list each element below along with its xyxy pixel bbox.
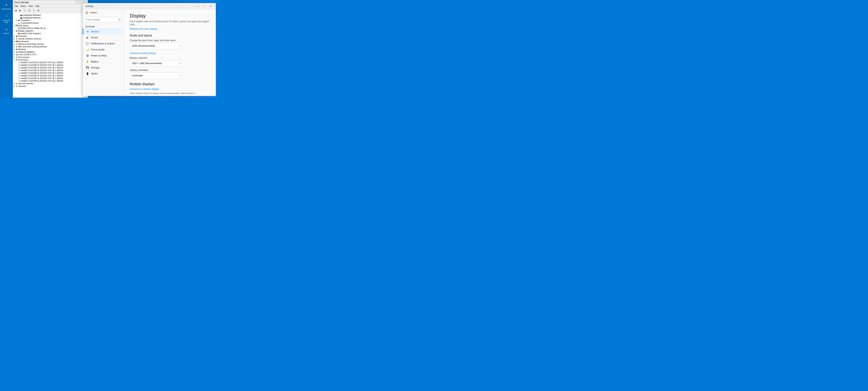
nav-home[interactable]: 🏠 Home	[83, 9, 124, 16]
tree-item[interactable]: ⬜Intel(R) Core(TM) i5-10210U CPU @ 1.60G…	[14, 72, 87, 74]
this-pc-image: 💻	[3, 26, 9, 32]
tree-item[interactable]: ⬜Intel(R) Core(TM) i5-10210U CPU @ 1.60G…	[14, 80, 87, 82]
tree-item[interactable]: ⬜Intel(R) Core(TM) i5-10210U CPU @ 1.60G…	[14, 77, 87, 80]
scaling-setting: Change the size of text, apps, and other…	[130, 39, 210, 49]
resolution-setting: Display resolution 1920 × 1080 (Recommen…	[130, 57, 210, 66]
display-button[interactable]: 🖥	[36, 8, 40, 12]
orientation-chevron: ▾	[179, 75, 180, 77]
settings-window: Settings — □ ✕ 🏠 Home 🔍 System �	[83, 3, 216, 96]
tree-item[interactable]: 🔒ControlVault Device	[14, 22, 87, 24]
tree-item[interactable]: ▶🧠Memory technology devices	[14, 43, 87, 45]
settings-maximize-button[interactable]: □	[201, 3, 208, 9]
nav-search-input[interactable]	[85, 17, 122, 23]
nav-items-list: 🖥Display🔊Sound💬Notifications & actions🌙F…	[83, 28, 124, 77]
menu-action[interactable]: Action	[19, 5, 27, 7]
sidebar-item-focus[interactable]: 🌙Focus assist	[83, 47, 124, 52]
resolution-value: 1920 × 1080 (Recommended)	[132, 62, 162, 65]
tree-item[interactable]: ▶🖱Mice and other pointing devices	[14, 45, 87, 48]
menu-help[interactable]: Help	[34, 5, 40, 7]
page-title: Display	[130, 13, 210, 19]
tree-item[interactable]: ▶🔌Network adapters	[14, 51, 87, 53]
tree-item[interactable]: ⬜Intel(R) Core(TM) i5-10210U CPU @ 1.60G…	[14, 74, 87, 77]
scaling-value: 125% (Recommended)	[132, 45, 155, 47]
tree-item[interactable]: ▶🔐Security devices	[14, 82, 87, 85]
advanced-scaling-link[interactable]: Advanced scaling settings	[130, 52, 156, 55]
nav-home-label: Home	[90, 11, 97, 14]
settings-win-controls: — □ ✕	[194, 3, 214, 9]
tree-item[interactable]: ▶💻Computer	[14, 19, 87, 22]
scan-button[interactable]: 🔍	[32, 8, 36, 12]
tree-item[interactable]: ▶⌨Keyboards	[14, 40, 87, 43]
forward-button[interactable]: ▶	[18, 8, 22, 12]
menu-file[interactable]: File	[14, 5, 19, 7]
settings-minimize-button[interactable]: —	[194, 3, 201, 9]
tree-item[interactable]: ▶🖨Print queues	[14, 56, 87, 58]
update-driver-button[interactable]: 🔄	[27, 8, 31, 12]
search-icon: 🔍	[118, 19, 121, 21]
tree-item[interactable]: ▶🔌Ports (COM & LPT)	[14, 53, 87, 56]
sidebar-item-label-notifications: Notifications & actions	[91, 42, 115, 45]
sidebar-item-display[interactable]: 🖥Display	[83, 28, 124, 34]
connect-wireless-link[interactable]: Connect to a wireless display	[130, 88, 159, 90]
tree-item[interactable]: ▼⚙Processors	[14, 58, 87, 61]
nav-section-label: System	[83, 24, 124, 28]
tree-item[interactable]: 📷Integrated Webcam	[14, 14, 87, 16]
scaling-dropdown[interactable]: 125% (Recommended) ▾	[130, 43, 182, 49]
sidebar-item-label-display: Display	[91, 30, 99, 33]
notifications-icon: 💬	[86, 42, 89, 45]
sidebar-item-storage[interactable]: 💾Storage	[83, 64, 124, 71]
tree-item[interactable]: ▶📡Sensors	[14, 85, 87, 87]
resolution-chevron: ▾	[179, 62, 180, 64]
resolution-dropdown[interactable]: 1920 × 1080 (Recommended) ▾	[130, 60, 182, 66]
settings-title: Settings	[84, 5, 194, 7]
tree-item[interactable]: ▶🖱Human Interface Devices	[14, 37, 87, 40]
settings-titlebar: Settings — □ ✕	[83, 3, 216, 9]
tree-item[interactable]: ▶📦Firmware	[14, 35, 87, 37]
microsoft-edge-icon[interactable]: 🌐 Microsoft Edge	[1, 12, 12, 24]
recycle-bin-icon[interactable]: 🗑 Recycle Bin	[1, 1, 12, 11]
tree-item[interactable]: 💽NVMe BC511 NVMe SK hy	[14, 27, 87, 29]
tree-item[interactable]: ▼💾Disk drives	[14, 24, 87, 27]
tree-item[interactable]: ⬜Intel(R) Core(TM) i5-10210U CPU @ 1.60G…	[14, 66, 87, 69]
desktop: 🗑 Recycle Bin 🌐 Microsoft Edge 💻 This PC…	[0, 0, 217, 98]
back-button[interactable]: ◀	[14, 8, 18, 12]
hdr-subtitle: Get a brighter and more vibrant picture …	[130, 20, 210, 26]
edge-label: Microsoft Edge	[1, 19, 11, 23]
scale-layout-heading: Scale and layout	[130, 34, 210, 37]
device-tree: 📷Integrated Webcam📷Integrated Webcam▶💻Co…	[13, 13, 88, 97]
orientation-dropdown[interactable]: Landscape ▾	[130, 73, 182, 79]
sidebar-item-power[interactable]: ⏻Power & sleep	[83, 52, 124, 58]
recycle-bin-label: Recycle Bin	[2, 8, 11, 10]
hdr-link[interactable]: Windows HD Color settings	[130, 28, 157, 30]
power-icon: ⏻	[86, 54, 89, 57]
menu-view[interactable]: View	[27, 5, 34, 7]
orientation-setting: Display orientation Landscape ▾	[130, 69, 210, 79]
device-manager-title: Device Manager	[14, 1, 75, 3]
tree-item[interactable]: ▼🖥Display adapters	[14, 29, 87, 32]
sidebar-item-sound[interactable]: 🔊Sound	[83, 34, 124, 40]
minimize-button[interactable]: —	[75, 1, 79, 4]
this-pc-icon[interactable]: 💻 This PC	[1, 25, 12, 35]
sidebar-item-notifications[interactable]: 💬Notifications & actions	[83, 40, 124, 47]
tree-item[interactable]: ⬜Intel(R) Core(TM) i5-10210U CPU @ 1.60G…	[14, 69, 87, 72]
toolbar: ◀ ▶ 📋 🔄 🔍 🖥	[13, 8, 88, 13]
tree-item[interactable]: ⬜Intel(R) Core(TM) i5-10210U CPU @ 1.60G…	[14, 64, 87, 66]
tree-item[interactable]: 📷Integrated Webcam	[14, 16, 87, 19]
settings-body: 🏠 Home 🔍 System 🖥Display🔊Sound💬Notificat…	[83, 9, 216, 96]
tree-item[interactable]: 🖼Intel(R) UHD Graphics	[14, 32, 87, 35]
tree-item[interactable]: ⬜Intel(R) Core(TM) i5-10210U CPU @ 1.60G…	[14, 61, 87, 64]
settings-close-button[interactable]: ✕	[208, 3, 214, 9]
edge-image: 🌐	[3, 13, 9, 19]
sidebar-item-tablet[interactable]: 📱Tablet	[83, 71, 124, 77]
properties-button[interactable]: 📋	[23, 8, 27, 12]
sidebar-item-label-storage: Storage	[91, 66, 99, 69]
multiple-displays-heading: Multiple displays	[130, 82, 210, 86]
sidebar-item-label-power: Power & sleep	[91, 54, 106, 57]
sidebar-item-label-sound: Sound	[91, 36, 98, 39]
maximize-button[interactable]: □	[79, 1, 83, 4]
storage-icon: 💾	[86, 66, 89, 69]
sidebar-item-label-focus: Focus assist	[91, 48, 104, 51]
sidebar-item-battery[interactable]: 🔋Battery	[83, 58, 124, 64]
tree-item[interactable]: ▶🖥Monitors	[14, 48, 87, 51]
orientation-value: Landscape	[132, 74, 143, 77]
